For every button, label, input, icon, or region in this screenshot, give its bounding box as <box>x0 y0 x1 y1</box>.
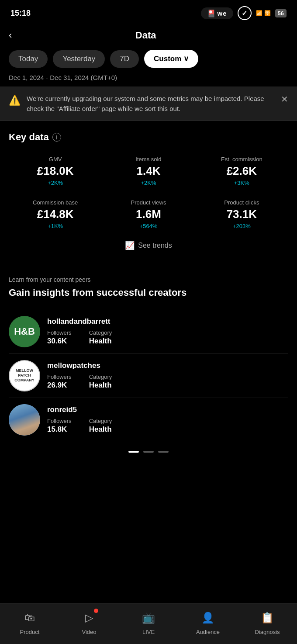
nav-audience-icon-wrap: 👤 <box>200 609 216 626</box>
audience-icon: 👤 <box>201 612 214 624</box>
ron-photo <box>9 404 40 436</box>
creator-avatar-mellow: MELLOWPATCHCOMPANY <box>9 360 40 391</box>
items-sold-label: Items sold <box>135 156 161 163</box>
page-header: ‹ Data <box>0 24 297 50</box>
battery-badge: 56 <box>275 9 287 17</box>
nav-diagnosis-icon-wrap: 📋 <box>259 609 276 626</box>
hb-followers-label: Followers <box>47 329 72 336</box>
ron-category-value: Health <box>89 425 112 434</box>
bottom-nav: 🛍 Product ▷ Video 📺 LIVE 👤 Audience 📋 Di… <box>0 603 297 644</box>
tab-today[interactable]: Today <box>9 50 48 68</box>
peers-subtitle: Learn from your content peers <box>9 276 288 283</box>
key-data-section: Key data i GMV £18.0K +2K% Items sold 1.… <box>0 121 297 266</box>
mellow-category-value: Health <box>89 381 112 390</box>
metric-est-commission: Est. commission £2.6K +3K% <box>195 152 288 190</box>
gmv-label: GMV <box>49 156 62 163</box>
info-icon[interactable]: i <box>52 133 61 142</box>
hb-category-group: Category Health <box>89 329 112 346</box>
tab-custom[interactable]: Custom ∨ <box>144 50 198 68</box>
alert-icon: ⚠️ <box>9 95 21 106</box>
ron-category-group: Category Health <box>89 418 112 434</box>
see-trends-label: See trends <box>138 242 172 249</box>
pagination-dot-3[interactable] <box>158 451 169 453</box>
ron-category-label: Category <box>89 418 112 424</box>
alert-close-button[interactable]: ✕ <box>281 94 288 104</box>
live-icon: 📺 <box>142 612 155 624</box>
ron-followers-label: Followers <box>47 418 72 424</box>
creator-info-hb: hollandandbarrett Followers 30.6K Catego… <box>47 317 288 346</box>
creator-item[interactable]: MELLOWPATCHCOMPANY mellowpatches Followe… <box>9 354 288 398</box>
nav-video-label: Video <box>82 629 96 635</box>
product-views-label: Product views <box>131 199 166 206</box>
creator-info-ron: ronreid5 Followers 15.8K Category Health <box>47 405 288 434</box>
metric-gmv: GMV £18.0K +2K% <box>9 152 102 190</box>
product-views-value: 1.6M <box>136 208 161 221</box>
tab-yesterday[interactable]: Yesterday <box>53 50 105 68</box>
creator-item[interactable]: H&B hollandandbarrett Followers 30.6K Ca… <box>9 310 288 354</box>
metric-commission-base: Commission base £14.8K +1K% <box>9 195 102 234</box>
nav-live-label: LIVE <box>142 629 155 635</box>
items-sold-change: +2K% <box>141 180 156 186</box>
nav-audience-label: Audience <box>196 629 220 635</box>
app-name: we <box>218 10 227 17</box>
product-views-change: +564% <box>140 223 158 229</box>
product-clicks-label: Product clicks <box>224 199 259 206</box>
items-sold-value: 1.4K <box>137 164 161 178</box>
gmv-value: £18.0K <box>37 164 74 178</box>
mellow-category-group: Category Health <box>89 374 112 390</box>
nav-live[interactable]: 📺 LIVE <box>119 603 178 644</box>
hb-followers-group: Followers 30.6K <box>47 329 72 346</box>
pagination-dots <box>9 442 288 466</box>
nav-audience[interactable]: 👤 Audience <box>178 603 238 644</box>
mellow-category-label: Category <box>89 374 112 380</box>
video-notification-badge <box>94 609 98 613</box>
metric-product-views: Product views 1.6M +564% <box>102 195 195 234</box>
hb-category-value: Health <box>89 337 112 346</box>
see-trends-button[interactable]: 📈 See trends <box>9 234 288 261</box>
peers-title: Gain insights from successful creators <box>9 287 288 299</box>
pagination-dot-1[interactable] <box>128 451 139 453</box>
status-time: 15:18 <box>10 9 31 18</box>
creator-item[interactable]: ronreid5 Followers 15.8K Category Health <box>9 398 288 442</box>
creator-stats-hb: Followers 30.6K Category Health <box>47 329 288 346</box>
date-range: Dec 1, 2024 - Dec 31, 2024 (GMT+0) <box>0 74 297 87</box>
signal-wifi: 📶 🛜 <box>256 10 271 16</box>
commission-base-value: £14.8K <box>37 208 74 221</box>
mellow-followers-group: Followers 26.9K <box>47 374 72 390</box>
app-pill: 🎴 we <box>201 7 233 19</box>
trends-chart-icon: 📈 <box>125 241 135 250</box>
metrics-grid: GMV £18.0K +2K% Items sold 1.4K +2K% Est… <box>9 152 288 234</box>
creator-avatar-ron <box>9 404 40 436</box>
nav-diagnosis-label: Diagnosis <box>255 629 280 635</box>
metric-product-clicks: Product clicks 73.1K +203% <box>195 195 288 234</box>
nav-video[interactable]: ▷ Video <box>59 603 119 644</box>
pagination-dot-2[interactable] <box>143 451 154 453</box>
creator-info-mellow: mellowpatches Followers 26.9K Category H… <box>47 361 288 390</box>
alert-banner: ⚠️ We're currently upgrading our system … <box>0 87 297 121</box>
app-logo-icon: 🎴 <box>207 9 216 17</box>
tab-7d[interactable]: 7D <box>110 50 139 68</box>
product-clicks-value: 73.1K <box>227 208 257 221</box>
creator-stats-ron: Followers 15.8K Category Health <box>47 418 288 434</box>
status-bar: 15:18 🎴 we ✓ 📶 🛜 56 <box>0 0 297 24</box>
creator-stats-mellow: Followers 26.9K Category Health <box>47 374 288 390</box>
key-data-title: Key data i <box>9 132 288 143</box>
creator-name-ron: ronreid5 <box>47 405 288 414</box>
peers-section: Learn from your content peers Gain insig… <box>0 266 297 470</box>
page-title: Data <box>16 30 275 41</box>
est-commission-change: +3K% <box>234 180 249 186</box>
nav-product-label: Product <box>20 629 40 635</box>
nav-diagnosis[interactable]: 📋 Diagnosis <box>238 603 297 644</box>
nav-product[interactable]: 🛍 Product <box>0 603 59 644</box>
video-icon: ▷ <box>85 612 93 624</box>
mellow-followers-value: 26.9K <box>47 381 72 390</box>
filter-tabs: Today Yesterday 7D Custom ∨ <box>0 50 297 74</box>
commission-base-change: +1K% <box>48 223 63 229</box>
est-commission-label: Est. commission <box>221 156 262 163</box>
wifi-icon: 🛜 <box>264 10 271 16</box>
back-button[interactable]: ‹ <box>9 28 16 43</box>
est-commission-value: £2.6K <box>227 164 257 178</box>
signal-icon: 📶 <box>256 10 262 16</box>
hb-category-label: Category <box>89 329 112 336</box>
ron-followers-group: Followers 15.8K <box>47 418 72 434</box>
